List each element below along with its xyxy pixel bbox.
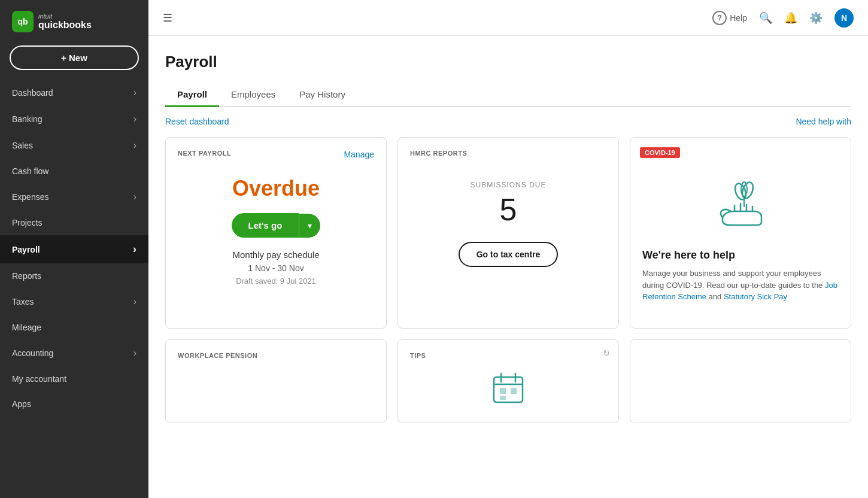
- bottom-card-empty: [630, 339, 851, 423]
- logo: qb intuit quickbooks: [0, 0, 148, 41]
- sidebar-item-label-accounting: Accounting: [12, 348, 53, 358]
- tab-payroll[interactable]: Payroll: [165, 83, 219, 107]
- submissions-label: SUBMISSIONS DUE: [410, 181, 606, 189]
- svg-rect-15: [511, 388, 517, 394]
- sidebar-item-taxes[interactable]: Taxes›: [0, 289, 148, 315]
- sidebar-item-label-payroll: Payroll: [12, 245, 40, 254]
- brand-name: intuit quickbooks: [38, 13, 92, 31]
- sidebar-item-dashboard[interactable]: Dashboard›: [0, 80, 148, 106]
- sidebar-item-label-sales: Sales: [12, 141, 33, 150]
- sidebar-item-mileage[interactable]: Mileage: [0, 315, 148, 340]
- covid-badge: COVID-19: [640, 147, 680, 158]
- quickbooks-text: quickbooks: [38, 20, 92, 31]
- sidebar-item-expenses[interactable]: Expenses›: [0, 184, 148, 210]
- covid-card: COVID-19: [630, 137, 851, 329]
- sidebar-item-label-my-accountant: My accountant: [12, 374, 66, 384]
- chevron-icon-expenses: ›: [133, 192, 136, 202]
- tab-employees[interactable]: Employees: [219, 83, 287, 107]
- covid-body-text: Manage your business and support your em…: [642, 269, 823, 290]
- sidebar-item-projects[interactable]: Projects: [0, 210, 148, 235]
- notifications-icon[interactable]: 🔔: [784, 11, 797, 25]
- sidebar-item-label-mileage: Mileage: [12, 323, 41, 332]
- svg-rect-10: [494, 377, 523, 402]
- sidebar-item-reports[interactable]: Reports: [0, 263, 148, 289]
- sidebar-item-my-accountant[interactable]: My accountant: [0, 366, 148, 391]
- manage-link[interactable]: Manage: [344, 150, 374, 159]
- settings-icon[interactable]: ⚙️: [809, 11, 823, 25]
- bottom-cards-grid: WORKPLACE PENSION TIPS ↻: [165, 339, 851, 423]
- help-label: Help: [730, 13, 747, 23]
- workplace-pension-card: WORKPLACE PENSION: [165, 339, 387, 423]
- tips-label: TIPS: [410, 352, 606, 359]
- sidebar-item-accounting[interactable]: Accounting›: [0, 340, 148, 366]
- sidebar-item-payroll[interactable]: Payroll›: [0, 235, 148, 263]
- go-tax-centre-button[interactable]: Go to tax centre: [459, 242, 559, 267]
- chevron-icon-accounting: ›: [133, 348, 136, 359]
- sidebar-item-label-expenses: Expenses: [12, 192, 48, 202]
- sidebar-item-label-projects: Projects: [12, 218, 43, 227]
- sidebar-item-sales[interactable]: Sales›: [0, 132, 148, 159]
- workplace-pension-label: WORKPLACE PENSION: [178, 352, 374, 359]
- tabs-row: Payroll Employees Pay History: [165, 83, 851, 107]
- overdue-status: Overdue: [178, 176, 374, 201]
- pay-schedule-label: Monthly pay schedule: [178, 250, 374, 260]
- sidebar-item-label-taxes: Taxes: [12, 297, 34, 306]
- sidebar-item-apps[interactable]: Apps: [0, 391, 148, 417]
- chevron-icon-sales: ›: [133, 140, 136, 151]
- tab-pay-history[interactable]: Pay History: [287, 83, 357, 107]
- letsgo-button[interactable]: Let's go: [232, 213, 299, 238]
- covid-illustration: [642, 178, 839, 238]
- next-payroll-card: NEXT PAYROLL Manage Overdue Let's go ▾ M…: [165, 137, 387, 329]
- submissions-count: 5: [410, 192, 606, 227]
- sidebar-item-label-dashboard: Dashboard: [12, 88, 53, 98]
- main-content: ☰ ? Help 🔍 🔔 ⚙️ N Payroll Payroll Employ…: [148, 0, 868, 498]
- covid-title: We're here to help: [642, 249, 839, 262]
- statutory-sick-pay-link[interactable]: Statutory Sick Pay: [724, 292, 787, 301]
- user-avatar[interactable]: N: [834, 8, 854, 28]
- svg-rect-16: [500, 396, 506, 400]
- help-icon: ?: [712, 11, 727, 25]
- hmrc-reports-label: HMRC REPORTS: [410, 150, 606, 157]
- hmrc-reports-card: HMRC REPORTS SUBMISSIONS DUE 5 Go to tax…: [397, 137, 619, 329]
- svg-rect-14: [500, 388, 506, 394]
- reset-dashboard-link[interactable]: Reset dashboard: [165, 117, 229, 126]
- page-toolbar: Reset dashboard Need help with: [165, 117, 851, 126]
- chevron-icon-banking: ›: [133, 114, 136, 124]
- sidebar-item-banking[interactable]: Banking›: [0, 106, 148, 132]
- covid-body: Manage your business and support your em…: [642, 268, 839, 303]
- nav-items: Dashboard›Banking›Sales›Cash flowExpense…: [0, 80, 148, 417]
- chevron-icon-payroll: ›: [133, 243, 136, 256]
- refresh-icon[interactable]: ↻: [603, 348, 610, 358]
- top-header: ☰ ? Help 🔍 🔔 ⚙️ N: [148, 0, 868, 36]
- quickbooks-logo-icon: qb: [12, 11, 34, 32]
- sidebar-item-label-banking: Banking: [12, 114, 43, 124]
- search-icon[interactable]: 🔍: [759, 11, 772, 25]
- pay-dates: 1 Nov - 30 Nov: [178, 263, 374, 273]
- sidebar-item-label-apps: Apps: [12, 399, 31, 409]
- letsgo-dropdown[interactable]: ▾: [299, 214, 320, 238]
- help-button[interactable]: ? Help: [712, 11, 747, 25]
- sidebar-item-label-reports: Reports: [12, 271, 41, 281]
- letsgo-row: Let's go ▾: [178, 213, 374, 238]
- sidebar: qb intuit quickbooks + New Dashboard›Ban…: [0, 0, 148, 498]
- page-content: Payroll Payroll Employees Pay History Re…: [148, 36, 868, 498]
- page-title: Payroll: [165, 53, 851, 71]
- need-help-link[interactable]: Need help with: [796, 117, 851, 126]
- new-button[interactable]: + New: [10, 45, 139, 70]
- draft-saved: Draft saved: 9 Jul 2021: [178, 277, 374, 286]
- tips-calendar-icon: [410, 371, 606, 405]
- chevron-icon-taxes: ›: [133, 296, 136, 307]
- intuit-text: intuit: [38, 13, 92, 20]
- tips-card: TIPS ↻: [397, 339, 619, 423]
- covid-and-text: and: [709, 292, 724, 301]
- svg-text:qb: qb: [17, 17, 28, 26]
- hamburger-menu[interactable]: ☰: [163, 11, 172, 25]
- chevron-icon-dashboard: ›: [133, 87, 136, 98]
- sidebar-item-cashflow[interactable]: Cash flow: [0, 159, 148, 184]
- sidebar-item-label-cashflow: Cash flow: [12, 166, 48, 176]
- cards-grid: NEXT PAYROLL Manage Overdue Let's go ▾ M…: [165, 137, 851, 329]
